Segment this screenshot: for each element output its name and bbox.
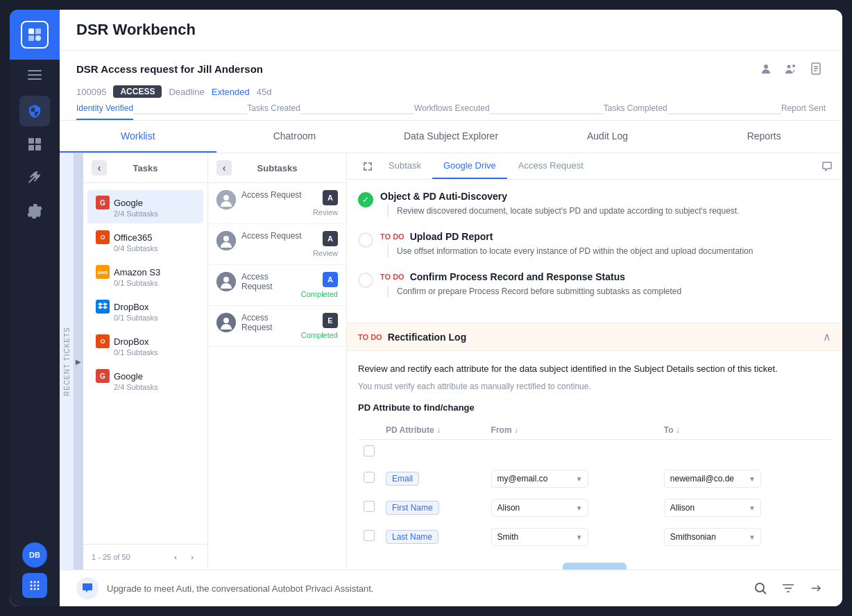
group-icon[interactable] xyxy=(781,59,801,78)
to-select-firstname-input[interactable]: Allison xyxy=(664,499,761,517)
progress-tab-identity[interactable]: Identity Verified xyxy=(76,103,133,120)
rect-todo: TO DO xyxy=(358,333,382,341)
progress-tab-workflows[interactable]: Workflows Executed xyxy=(414,103,490,120)
row-checkbox-lastname[interactable] xyxy=(364,530,375,541)
search-icon[interactable] xyxy=(751,579,770,598)
task-item-dropbox-1[interactable]: DropBox 0/1 Subtasks xyxy=(87,294,203,327)
to-select-email[interactable]: newemail@co.de ▼ xyxy=(664,470,761,488)
subtask-status: Review xyxy=(313,208,338,216)
detail-tab-access-request[interactable]: Access Request xyxy=(507,153,595,179)
svg-point-17 xyxy=(31,588,33,590)
tab-reports[interactable]: Reports xyxy=(685,121,842,153)
ticket-info-left: DSR Access request for Jill Anderson xyxy=(76,59,826,120)
task-name: Google xyxy=(114,198,143,208)
submit-button[interactable]: Submit xyxy=(563,563,627,570)
from-select-lastname-input[interactable]: Smith xyxy=(491,528,588,546)
ticket-row: DSR Access request for Jill Anderson xyxy=(76,59,826,120)
filter-icon[interactable] xyxy=(778,579,798,598)
from-select-email[interactable]: my@email.co ▼ xyxy=(491,470,588,488)
from-select-lastname[interactable]: Smith ▼ xyxy=(491,528,588,546)
subtask-item-4[interactable]: Access Request E Completed xyxy=(208,306,346,347)
menu-button[interactable] xyxy=(10,60,60,90)
user-icon[interactable] xyxy=(756,59,776,78)
tab-worklist[interactable]: Worklist xyxy=(60,121,216,153)
arrow-right-icon[interactable] xyxy=(806,579,826,598)
from-select-firstname[interactable]: Alison ▼ xyxy=(491,499,588,517)
progress-tab-completed[interactable]: Tasks Completed xyxy=(604,103,667,120)
subtask-item-3[interactable]: Access Request A Completed xyxy=(208,265,346,306)
from-select-firstname-input[interactable]: Alison xyxy=(491,499,588,517)
page-prev[interactable]: ‹ xyxy=(169,550,182,564)
task-list: G Google 2/4 Subtasks O Office365 0/4 Su… xyxy=(83,183,207,544)
task-item-google-2[interactable]: G Google 2/4 Subtasks xyxy=(87,363,203,397)
to-select-lastname[interactable]: Smithsonian ▼ xyxy=(664,528,761,546)
sidebar-icon-wrench[interactable] xyxy=(19,162,50,193)
bottom-icons xyxy=(751,579,826,598)
sidebar-icon-settings[interactable] xyxy=(19,196,50,226)
to-select-firstname[interactable]: Allison ▼ xyxy=(664,499,761,517)
expand-icon[interactable] xyxy=(358,157,377,176)
task-content-1: Object & PD Auti-Discovery Review discov… xyxy=(380,191,831,217)
collapse-panel-btn[interactable]: ▶ xyxy=(74,153,83,570)
sidebar-nav xyxy=(19,96,50,542)
subtask-badge: E xyxy=(323,313,338,328)
to-select-lastname-input[interactable]: Smithsonian xyxy=(664,528,761,546)
to-select-email-input[interactable]: newemail@co.de xyxy=(664,470,761,488)
svg-point-30 xyxy=(223,236,229,241)
from-select-email-input[interactable]: my@email.co xyxy=(491,470,588,488)
svg-point-12 xyxy=(34,581,36,583)
subtask-info: Access Request xyxy=(241,272,296,291)
detail-tab-google-drive[interactable]: Google Drive xyxy=(432,153,507,179)
subtask-status: Completed xyxy=(301,331,338,339)
tasks-nav-back[interactable]: ‹ xyxy=(92,160,107,176)
subtasks-nav-back[interactable]: ‹ xyxy=(216,160,232,176)
task-detail-section: Object & PD Auti-Discovery Review discov… xyxy=(347,180,842,323)
extended-link[interactable]: Extended xyxy=(212,87,250,97)
sidebar-icon-shield[interactable] xyxy=(19,96,50,126)
progress-tab-tasks[interactable]: Tasks Created xyxy=(247,103,300,120)
tab-chatroom[interactable]: Chatroom xyxy=(216,121,373,153)
subtask-item-1[interactable]: Access Request A Review xyxy=(208,183,346,224)
detail-tab-subtask[interactable]: Subtask xyxy=(377,153,432,179)
svg-point-11 xyxy=(31,581,33,583)
task-item-amazons3[interactable]: aws Amazon S3 0/1 Subtasks xyxy=(87,259,203,293)
task-item-dropbox-2[interactable]: O DropBox 0/1 Subtasks xyxy=(87,329,203,362)
collapse-button[interactable]: ∧ xyxy=(823,330,831,343)
days-text: 45d xyxy=(257,87,272,97)
comment-icon[interactable] xyxy=(817,157,837,176)
ticket-id: 100095 xyxy=(76,87,106,97)
task-row-2: TO DO Upload PD Report Use offset inform… xyxy=(358,231,831,257)
attr-tag-firstname: First Name xyxy=(386,501,439,515)
deadline-label: Deadline xyxy=(169,87,204,97)
sidebar-icon-dashboard[interactable] xyxy=(19,129,50,160)
task-item-google-1[interactable]: G Google 2/4 Subtasks xyxy=(87,190,203,223)
task-name: Office365 xyxy=(114,232,152,243)
recent-tickets-label: RECENT TICKETS xyxy=(60,153,74,570)
subtasks-panel-header: ‹ Subtasks xyxy=(208,153,346,183)
user-avatar[interactable]: DB xyxy=(22,542,47,567)
tasks-panel: ‹ Tasks G Google 2/4 Subtasks O xyxy=(83,153,208,570)
rectification-header: TO DO Rectification Log ∧ xyxy=(347,323,842,351)
progress-tab-report[interactable]: Report Sent xyxy=(781,103,826,120)
row-checkbox-firstname[interactable] xyxy=(364,501,375,512)
task-pagination: 1 - 25 of 50 ‹ › xyxy=(83,544,207,570)
col-check xyxy=(358,421,380,440)
app-grid-button[interactable] xyxy=(22,573,47,598)
row-checkbox[interactable] xyxy=(364,445,375,456)
svg-point-16 xyxy=(37,585,40,587)
subtask-item-2[interactable]: Access Request A Review xyxy=(208,224,346,265)
task-title-3: Confirm Process Record and Response Stat… xyxy=(410,271,625,282)
table-row-header xyxy=(358,439,831,464)
document-icon[interactable] xyxy=(806,59,826,78)
tab-data-subject-explorer[interactable]: Data Subject Explorer xyxy=(373,121,529,153)
row-checkbox-email[interactable] xyxy=(364,472,375,483)
attr-table: PD Attribute ↓ From ↓ To ↓ xyxy=(358,421,831,551)
subtask-avatar xyxy=(216,272,236,291)
task-item-office365[interactable]: O Office365 0/4 Subtasks xyxy=(87,225,203,258)
subtask-avatar xyxy=(216,190,236,209)
task-name: Amazon S3 xyxy=(114,267,160,277)
pagination-text: 1 - 25 of 50 xyxy=(92,553,130,561)
tab-audit-log[interactable]: Audit Log xyxy=(529,121,686,153)
subtask-info: Access Request xyxy=(241,190,307,200)
page-next[interactable]: › xyxy=(185,550,199,564)
